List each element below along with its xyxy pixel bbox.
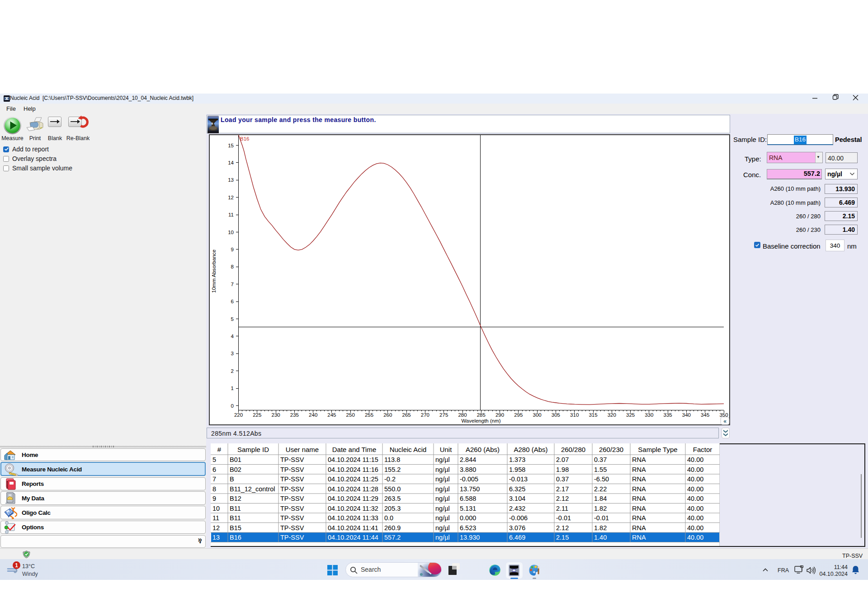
svg-text:280: 280 [458, 412, 467, 418]
svg-text:15: 15 [228, 143, 234, 148]
svg-text:1: 1 [231, 386, 234, 391]
svg-text:225: 225 [253, 412, 261, 418]
svg-text:4: 4 [231, 334, 234, 339]
svg-text:250: 250 [346, 412, 355, 418]
svg-text:14: 14 [228, 160, 234, 165]
svg-text:265: 265 [402, 412, 411, 418]
svg-text:10: 10 [228, 230, 234, 235]
svg-text:325: 325 [626, 412, 635, 418]
svg-text:300: 300 [533, 412, 542, 418]
svg-text:310: 310 [570, 412, 579, 418]
svg-text:5: 5 [231, 316, 234, 322]
svg-text:255: 255 [365, 412, 373, 418]
svg-text:13: 13 [228, 177, 234, 183]
svg-text:350: 350 [719, 412, 728, 418]
svg-text:285: 285 [477, 412, 486, 418]
svg-text:B16: B16 [240, 136, 249, 141]
svg-text:0: 0 [231, 403, 234, 409]
svg-text:8: 8 [231, 264, 234, 269]
svg-text:220: 220 [234, 412, 243, 418]
svg-text:1: 1 [15, 562, 18, 569]
svg-text:260: 260 [383, 412, 392, 418]
svg-text:340: 340 [682, 412, 691, 418]
svg-text:2: 2 [231, 368, 234, 374]
svg-text:330: 330 [645, 412, 653, 418]
svg-text:295: 295 [514, 412, 523, 418]
svg-text:305: 305 [552, 412, 560, 418]
svg-text:230: 230 [272, 412, 280, 418]
svg-text:Wavelength (nm): Wavelength (nm) [461, 418, 500, 424]
svg-text:245: 245 [327, 412, 336, 418]
svg-text:12: 12 [228, 195, 234, 200]
svg-text:«: « [723, 418, 726, 424]
svg-text:3: 3 [231, 351, 234, 356]
svg-text:240: 240 [309, 412, 317, 418]
svg-text:235: 235 [290, 412, 299, 418]
svg-text:6: 6 [231, 299, 234, 304]
svg-text:10mm Absorbance: 10mm Absorbance [211, 249, 217, 293]
svg-text:11: 11 [228, 212, 234, 217]
svg-text:7: 7 [231, 282, 234, 287]
svg-text:335: 335 [664, 412, 672, 418]
svg-text:345: 345 [701, 412, 709, 418]
svg-text:270: 270 [421, 412, 429, 418]
svg-text:9: 9 [231, 247, 234, 252]
svg-text:320: 320 [608, 412, 616, 418]
svg-text:290: 290 [495, 412, 504, 418]
svg-text:315: 315 [589, 412, 597, 418]
svg-text:275: 275 [439, 412, 448, 418]
